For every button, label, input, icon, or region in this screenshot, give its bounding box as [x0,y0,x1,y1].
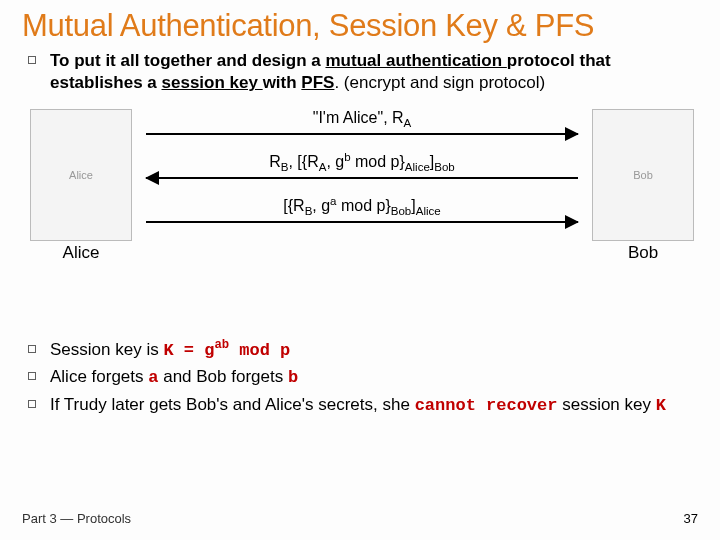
page-number: 37 [684,511,698,526]
message-1-label: "I'm Alice", RA [146,109,578,127]
m3-open: [{R [283,197,304,214]
footer-text: Part 3 — Protocols [22,511,131,526]
p2-a: Alice forgets [50,367,148,386]
p3-a: If Trudy later gets Bob's and Alice's se… [50,395,415,414]
point-1: Session key is K = gab mod p [24,339,698,362]
p1-a: Session key is [50,340,163,359]
m3-enc: Bob [391,205,412,217]
message-stack: "I'm Alice", RA RB, [{RA, gb mod p}Alice… [146,109,578,241]
arrow-right-icon [146,133,578,135]
intro-list: To put it all together and design a mutu… [24,50,698,95]
alice-image: Alice [30,109,132,241]
p1-tail: mod p [229,341,290,360]
message-2-label: RB, [{RA, gb mod p}Alice]Bob [146,153,578,171]
m2-rb: R [269,153,281,170]
intro-bullet: To put it all together and design a mutu… [24,50,698,95]
m3-modp: mod p} [337,197,391,214]
protocol-diagram: Alice Alice Bob Bob "I'm Alice", RA RB, … [22,109,698,339]
arrow-right-icon [146,221,578,223]
p2-be: b [288,368,298,387]
message-2: RB, [{RA, gb mod p}Alice]Bob [146,153,578,197]
m2-sep: , [{R [288,153,318,170]
intro-pfs: PFS [301,73,334,92]
point-3: If Trudy later gets Bob's and Alice's se… [24,394,698,417]
m1-text: "I'm Alice", R [313,109,404,126]
m2-sig: Bob [434,161,455,173]
intro-mid2: with [263,73,302,92]
intro-session: session key [162,73,263,92]
arrow-left-icon [146,177,578,179]
m2-g: , g [326,153,344,170]
bob-image: Bob [592,109,694,241]
m3-sig: Alice [416,205,441,217]
slide-title: Mutual Authentication, Session Key & PFS [22,8,698,44]
m2-enc: Alice [405,161,430,173]
m2-modp: mod p} [351,153,405,170]
alice-label: Alice [26,243,136,263]
point-2: Alice forgets a and Bob forgets b [24,366,698,389]
p3-cr: cannot recover [415,396,558,415]
p2-b: and Bob forgets [158,367,287,386]
slide: Mutual Authentication, Session Key & PFS… [0,0,720,540]
message-1: "I'm Alice", RA [146,109,578,153]
p1-formula: K = gab mod p [163,341,290,360]
message-3-label: [{RB, ga mod p}Bob]Alice [146,197,578,215]
m1-sub: A [404,117,412,129]
m3-g: , g [312,197,330,214]
bob-label: Bob [588,243,698,263]
points-list: Session key is K = gab mod p Alice forge… [24,339,698,417]
p1-k: K = g [163,341,214,360]
intro-mutual: mutual authentication [325,51,506,70]
party-alice: Alice Alice [26,109,136,263]
message-3: [{RB, ga mod p}Bob]Alice [146,197,578,241]
p3-b: session key [557,395,655,414]
party-bob: Bob Bob [588,109,698,263]
p3-k: K [656,396,666,415]
p1-exp: ab [214,338,229,352]
p2-ae: a [148,368,158,387]
intro-pre: To put it all together and design a [50,51,325,70]
intro-tail: . (encrypt and sign protocol) [334,73,545,92]
